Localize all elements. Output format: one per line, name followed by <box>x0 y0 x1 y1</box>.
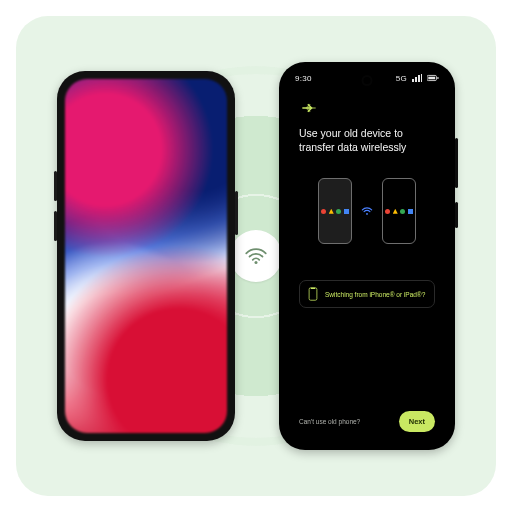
old-phone <box>57 71 235 441</box>
pixel-phone: 9:30 5G <box>279 62 455 450</box>
svg-rect-2 <box>428 77 435 80</box>
cant-use-old-phone-link[interactable]: Can't use old phone? <box>299 418 360 425</box>
iphone-outline-icon <box>307 287 319 301</box>
switching-text: Switching from iPhone® or iPad®? <box>325 291 425 298</box>
power-button <box>235 191 238 235</box>
transfer-diagram <box>318 178 416 244</box>
phones-row: 9:30 5G <box>16 16 496 496</box>
old-phone-wallpaper <box>65 79 227 433</box>
next-button[interactable]: Next <box>399 411 435 432</box>
setup-body: Use your old device to transfer data wir… <box>285 88 449 403</box>
front-camera <box>364 77 371 84</box>
stage: 9:30 5G <box>16 16 496 496</box>
transfer-arrows-icon <box>299 98 319 118</box>
google-dots <box>321 209 349 214</box>
diagram-old-phone <box>318 178 352 244</box>
signal-icon <box>412 74 422 82</box>
status-right-cluster: 5G <box>396 74 439 83</box>
battery-icon <box>427 74 439 82</box>
power-button <box>455 202 458 228</box>
volume-rocker <box>455 138 458 188</box>
wifi-icon <box>360 204 374 218</box>
setup-footer: Can't use old phone? Next <box>285 403 449 444</box>
network-label: 5G <box>396 74 407 83</box>
svg-rect-5 <box>309 288 317 300</box>
volume-up-button <box>54 171 57 201</box>
google-dots <box>385 209 413 214</box>
switching-banner[interactable]: Switching from iPhone® or iPad®? <box>299 280 435 308</box>
clock: 9:30 <box>295 74 312 83</box>
diagram-new-phone <box>382 178 416 244</box>
svg-rect-6 <box>311 288 316 289</box>
svg-point-4 <box>366 213 368 215</box>
setup-title: Use your old device to transfer data wir… <box>299 126 435 154</box>
svg-rect-3 <box>437 77 438 79</box>
volume-down-button <box>54 211 57 241</box>
pixel-screen: 9:30 5G <box>285 68 449 444</box>
